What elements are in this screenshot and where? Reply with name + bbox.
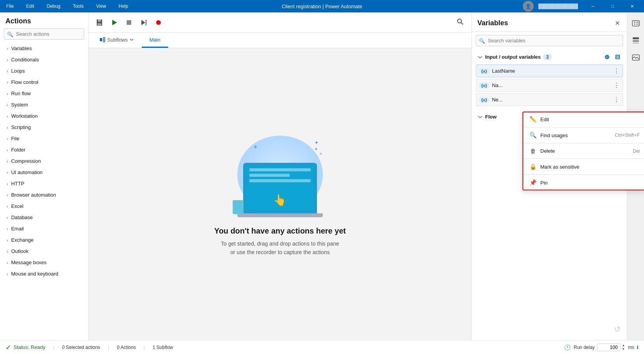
menu-view[interactable]: View bbox=[93, 2, 109, 10]
action-item-exchange[interactable]: ›Exchange bbox=[0, 234, 88, 246]
variables-search-box: 🔍 bbox=[476, 35, 623, 46]
chevron-right-icon: › bbox=[7, 272, 8, 276]
tabs-bar: Subflows Main bbox=[89, 33, 472, 48]
context-menu-find-usages[interactable]: 🔍 Find usages Ctrl+Shift+F bbox=[523, 128, 644, 142]
tab-subflows[interactable]: Subflows bbox=[92, 33, 142, 48]
action-item-scripting[interactable]: ›Scripting bbox=[0, 122, 88, 133]
action-item-outlook[interactable]: ›Outlook bbox=[0, 246, 88, 257]
minimize-button[interactable]: ─ bbox=[584, 0, 602, 12]
app-title: Client registration | Power Automate bbox=[282, 3, 362, 9]
svg-point-8 bbox=[458, 19, 461, 23]
sparkle-icon: ✦ bbox=[253, 143, 258, 151]
context-menu-edit[interactable]: ✏️ Edit bbox=[523, 112, 644, 126]
tab-main[interactable]: Main bbox=[142, 33, 168, 48]
canvas-search-button[interactable] bbox=[454, 17, 467, 28]
menu-debug[interactable]: Debug bbox=[44, 2, 63, 10]
action-item-email[interactable]: ›Email bbox=[0, 223, 88, 234]
stop-button[interactable] bbox=[123, 16, 135, 29]
svg-line-9 bbox=[461, 23, 463, 24]
svg-rect-11 bbox=[103, 37, 105, 42]
action-item-http[interactable]: ›HTTP bbox=[0, 178, 88, 189]
run-button[interactable] bbox=[108, 16, 120, 29]
layers-icon-button[interactable] bbox=[629, 33, 643, 47]
filter-button[interactable]: ⊟ bbox=[613, 52, 621, 61]
chevron-right-icon: › bbox=[7, 170, 8, 175]
context-menu-pin[interactable]: 📌 Pin bbox=[523, 176, 644, 190]
action-item-system[interactable]: ›System bbox=[0, 99, 88, 110]
chevron-right-icon: › bbox=[7, 114, 8, 119]
var-menu-name[interactable]: ⋮ bbox=[613, 82, 620, 89]
actions-panel-title: Actions bbox=[0, 12, 88, 28]
action-item-mouse-keyboard[interactable]: ›Mouse and keyboard bbox=[0, 268, 88, 279]
run-delay-down[interactable]: ▼ bbox=[621, 347, 626, 351]
info-icon[interactable]: ℹ bbox=[637, 345, 639, 350]
chevron-right-icon: › bbox=[7, 148, 8, 152]
restore-button[interactable]: □ bbox=[604, 0, 621, 12]
variables-panel-toggle[interactable] bbox=[629, 16, 643, 30]
context-menu-delete[interactable]: 🗑 Delete Del bbox=[523, 144, 644, 158]
screen-line-3 bbox=[249, 179, 311, 182]
chevron-right-icon: › bbox=[7, 193, 8, 197]
action-item-excel[interactable]: ›Excel bbox=[0, 201, 88, 212]
action-item-file[interactable]: ›File bbox=[0, 133, 88, 144]
variable-item-name[interactable]: {x} Na... ⋮ bbox=[476, 79, 623, 92]
context-menu-mark-sensitive[interactable]: 🔒 Mark as sensitive bbox=[523, 160, 644, 174]
actions-search-input[interactable] bbox=[4, 28, 84, 40]
action-item-browser-automation[interactable]: ›Browser automation bbox=[0, 189, 88, 201]
status-check-icon: ✓ bbox=[5, 343, 11, 352]
menu-help[interactable]: Help bbox=[115, 2, 131, 10]
action-item-ui-automation[interactable]: ›UI automation bbox=[0, 167, 88, 178]
status-divider-2: | bbox=[108, 345, 109, 350]
chevron-right-icon: › bbox=[7, 58, 8, 62]
variables-header: Variables ✕ bbox=[472, 12, 627, 32]
menu-file[interactable]: File bbox=[3, 2, 17, 10]
menu-edit[interactable]: Edit bbox=[23, 2, 37, 10]
action-item-run-flow[interactable]: ›Run flow bbox=[0, 88, 88, 99]
input-output-section: Input / output variables 3 ⊕ ⊟ {x} LastN… bbox=[472, 49, 627, 111]
save-button[interactable] bbox=[93, 16, 106, 29]
lock-icon: 🔒 bbox=[529, 163, 536, 170]
svg-rect-17 bbox=[633, 37, 639, 39]
action-item-database[interactable]: ›Database bbox=[0, 212, 88, 223]
variable-item-new[interactable]: {x} Ne... ⋮ bbox=[476, 93, 623, 106]
action-item-workstation[interactable]: ›Workstation bbox=[0, 110, 88, 122]
user-avatar[interactable]: 👤 bbox=[523, 1, 534, 12]
app-body: Actions 🔍 ›Variables ›Conditionals ›Loop… bbox=[0, 12, 644, 340]
context-menu-separator-2 bbox=[523, 143, 644, 143]
action-item-message-boxes[interactable]: ›Message boxes bbox=[0, 257, 88, 268]
var-name-name: Na... bbox=[492, 82, 503, 88]
undo-icon[interactable]: ↺ bbox=[614, 324, 621, 334]
action-item-flow-control[interactable]: ›Flow control bbox=[0, 77, 88, 88]
input-output-count-badge: 3 bbox=[543, 54, 552, 60]
delete-icon: 🗑 bbox=[529, 148, 536, 154]
next-step-button[interactable] bbox=[138, 16, 150, 29]
menu-tools[interactable]: Tools bbox=[70, 2, 87, 10]
add-variable-button[interactable]: ⊕ bbox=[603, 52, 611, 61]
var-tag-name: {x} bbox=[479, 83, 489, 88]
section-action-icons: ⊕ ⊟ bbox=[603, 52, 621, 61]
find-usages-label: Find usages bbox=[540, 133, 611, 138]
laptop-base bbox=[237, 213, 323, 217]
record-button[interactable] bbox=[152, 16, 165, 29]
svg-rect-10 bbox=[100, 38, 102, 41]
context-menu-separator-4 bbox=[523, 174, 644, 175]
image-icon-button[interactable] bbox=[629, 51, 643, 65]
svg-rect-1 bbox=[98, 19, 101, 22]
close-button[interactable]: ✕ bbox=[623, 0, 641, 12]
action-item-variables[interactable]: ›Variables bbox=[0, 43, 88, 54]
run-delay-input[interactable] bbox=[597, 344, 620, 351]
action-item-conditionals[interactable]: ›Conditionals bbox=[0, 54, 88, 65]
action-item-folder[interactable]: ›Folder bbox=[0, 144, 88, 155]
variable-item-lastname[interactable]: {x} LastName ⋮ bbox=[476, 65, 623, 77]
action-item-loops[interactable]: ›Loops bbox=[0, 65, 88, 77]
var-menu-lastname[interactable]: ⋮ bbox=[613, 67, 620, 75]
action-item-compression[interactable]: ›Compression bbox=[0, 155, 88, 167]
run-delay-up[interactable]: ▲ bbox=[621, 344, 626, 347]
variables-close-button[interactable]: ✕ bbox=[613, 18, 621, 28]
variables-search-input[interactable] bbox=[476, 35, 623, 46]
delete-shortcut: Del bbox=[633, 148, 640, 154]
chevron-right-icon: › bbox=[7, 215, 8, 220]
input-output-section-header[interactable]: Input / output variables 3 ⊕ ⊟ bbox=[476, 49, 623, 65]
var-menu-new[interactable]: ⋮ bbox=[613, 96, 620, 103]
chevron-right-icon: › bbox=[7, 260, 8, 265]
